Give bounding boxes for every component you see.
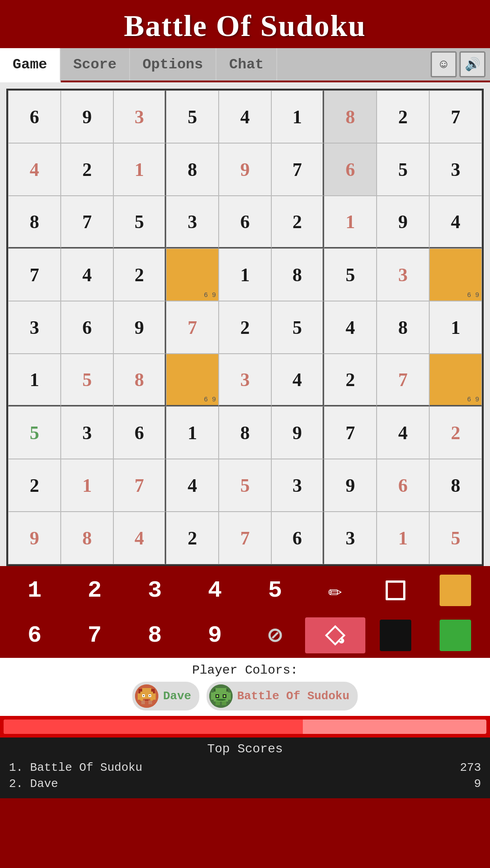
sudoku-cell[interactable]: 9	[61, 90, 113, 143]
sudoku-cell[interactable]: 9	[219, 143, 271, 196]
sudoku-cell[interactable]: 3	[271, 459, 324, 512]
square-button[interactable]	[365, 572, 426, 608]
sudoku-cell[interactable]: 3	[219, 354, 271, 406]
sudoku-cell[interactable]: 6	[8, 90, 61, 143]
sudoku-cell[interactable]: 6	[271, 512, 324, 564]
sudoku-cell[interactable]: 8	[166, 143, 219, 196]
sudoku-cell[interactable]: 5	[113, 196, 166, 248]
sudoku-cell[interactable]: 5	[219, 459, 271, 512]
sudoku-cell[interactable]: 5	[429, 512, 482, 564]
sudoku-cell[interactable]: 5	[324, 248, 377, 301]
tab-game[interactable]: Game	[0, 48, 61, 82]
sudoku-cell[interactable]: 3	[113, 90, 166, 143]
sudoku-cell[interactable]: 2	[61, 143, 113, 196]
sudoku-cell[interactable]: 7	[429, 90, 482, 143]
erase-button[interactable]: ⊘	[245, 617, 306, 653]
sudoku-cell[interactable]: 6 9	[429, 354, 482, 406]
color-black-button[interactable]	[365, 617, 426, 653]
sudoku-cell[interactable]: 9	[271, 406, 324, 459]
sudoku-cell[interactable]: 8	[8, 196, 61, 248]
num-3-button[interactable]: 3	[125, 572, 185, 608]
sudoku-cell[interactable]: 6	[113, 406, 166, 459]
num-6-button[interactable]: 6	[4, 617, 65, 653]
sudoku-cell[interactable]: 6 9	[166, 248, 219, 301]
sudoku-cell[interactable]: 7	[377, 354, 429, 406]
sudoku-cell[interactable]: 2	[113, 248, 166, 301]
sudoku-cell[interactable]: 6 9	[429, 248, 482, 301]
sudoku-cell[interactable]: 6 9	[166, 354, 219, 406]
pencil-button[interactable]: ✏	[305, 572, 365, 608]
sudoku-cell[interactable]: 9	[113, 301, 166, 354]
sudoku-cell[interactable]: 2	[429, 406, 482, 459]
fill-button[interactable]	[305, 617, 365, 653]
sudoku-cell[interactable]: 4	[219, 90, 271, 143]
tab-options[interactable]: Options	[130, 48, 216, 81]
sudoku-cell[interactable]: 5	[271, 301, 324, 354]
sudoku-cell[interactable]: 7	[219, 512, 271, 564]
sudoku-cell[interactable]: 6	[377, 459, 429, 512]
sudoku-cell[interactable]: 5	[166, 90, 219, 143]
sudoku-cell[interactable]: 7	[113, 459, 166, 512]
sudoku-cell[interactable]: 7	[324, 406, 377, 459]
sudoku-cell[interactable]: 8	[377, 301, 429, 354]
sudoku-cell[interactable]: 6	[324, 143, 377, 196]
color-orange-button[interactable]	[425, 572, 486, 608]
sudoku-cell[interactable]: 2	[377, 90, 429, 143]
sound-button[interactable]: 🔊	[459, 51, 486, 77]
sudoku-cell[interactable]: 4	[429, 196, 482, 248]
sudoku-cell[interactable]: 2	[219, 301, 271, 354]
sudoku-cell[interactable]: 8	[429, 459, 482, 512]
sudoku-cell[interactable]: 1	[61, 459, 113, 512]
sudoku-cell[interactable]: 3	[61, 406, 113, 459]
sudoku-cell[interactable]: 2	[271, 196, 324, 248]
sudoku-cell[interactable]: 2	[166, 512, 219, 564]
sudoku-cell[interactable]: 1	[377, 512, 429, 564]
sudoku-cell[interactable]: 5	[377, 143, 429, 196]
tab-chat[interactable]: Chat	[216, 48, 277, 81]
num-2-button[interactable]: 2	[65, 572, 125, 608]
sudoku-cell[interactable]: 7	[271, 143, 324, 196]
sudoku-cell[interactable]: 4	[8, 143, 61, 196]
sudoku-cell[interactable]: 2	[8, 459, 61, 512]
sudoku-cell[interactable]: 9	[377, 196, 429, 248]
sudoku-cell[interactable]: 1	[8, 354, 61, 406]
sudoku-cell[interactable]: 2	[324, 354, 377, 406]
sudoku-cell[interactable]: 8	[271, 248, 324, 301]
sudoku-cell[interactable]: 8	[113, 354, 166, 406]
sudoku-cell[interactable]: 7	[166, 301, 219, 354]
sudoku-cell[interactable]: 7	[61, 196, 113, 248]
sudoku-cell[interactable]: 4	[113, 512, 166, 564]
emoji-button[interactable]: ☺	[431, 51, 457, 77]
num-5-button[interactable]: 5	[245, 572, 306, 608]
num-9-button[interactable]: 9	[185, 617, 245, 653]
sudoku-cell[interactable]: 4	[61, 248, 113, 301]
sudoku-cell[interactable]: 1	[429, 301, 482, 354]
sudoku-cell[interactable]: 1	[166, 406, 219, 459]
sudoku-cell[interactable]: 1	[324, 196, 377, 248]
num-1-button[interactable]: 1	[4, 572, 65, 608]
sudoku-cell[interactable]: 3	[166, 196, 219, 248]
sudoku-cell[interactable]: 4	[377, 406, 429, 459]
num-8-button[interactable]: 8	[125, 617, 185, 653]
sudoku-cell[interactable]: 4	[166, 459, 219, 512]
tab-score[interactable]: Score	[61, 48, 130, 81]
sudoku-cell[interactable]: 8	[324, 90, 377, 143]
sudoku-cell[interactable]: 6	[61, 301, 113, 354]
sudoku-cell[interactable]: 5	[61, 354, 113, 406]
sudoku-cell[interactable]: 7	[8, 248, 61, 301]
sudoku-cell[interactable]: 3	[8, 301, 61, 354]
color-green-button[interactable]	[425, 617, 486, 653]
sudoku-cell[interactable]: 9	[324, 459, 377, 512]
sudoku-cell[interactable]: 9	[8, 512, 61, 564]
sudoku-cell[interactable]: 3	[377, 248, 429, 301]
sudoku-cell[interactable]: 1	[271, 90, 324, 143]
sudoku-cell[interactable]: 3	[324, 512, 377, 564]
sudoku-cell[interactable]: 1	[113, 143, 166, 196]
sudoku-cell[interactable]: 4	[271, 354, 324, 406]
num-7-button[interactable]: 7	[65, 617, 125, 653]
sudoku-cell[interactable]: 5	[8, 406, 61, 459]
sudoku-cell[interactable]: 8	[61, 512, 113, 564]
sudoku-cell[interactable]: 3	[429, 143, 482, 196]
sudoku-cell[interactable]: 8	[219, 406, 271, 459]
sudoku-cell[interactable]: 4	[324, 301, 377, 354]
